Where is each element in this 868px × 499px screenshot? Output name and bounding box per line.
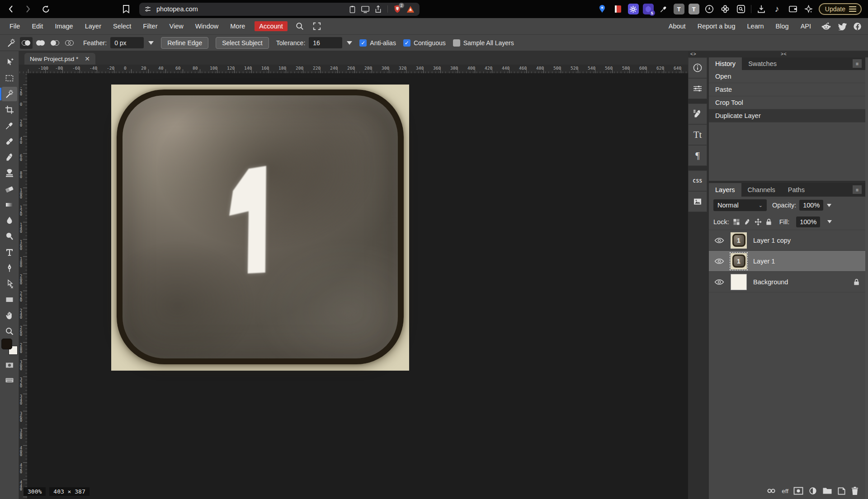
- gear-extension-icon[interactable]: [628, 4, 639, 14]
- layer-name[interactable]: Layer 1: [753, 258, 775, 265]
- tab-swatches[interactable]: Swatches: [742, 57, 783, 70]
- history-item[interactable]: Crop Tool: [709, 96, 865, 109]
- forward-icon[interactable]: [22, 3, 33, 15]
- menu-edit[interactable]: Edit: [26, 23, 49, 30]
- lock-transparency-icon[interactable]: [733, 218, 740, 226]
- visibility-eye-icon[interactable]: [714, 258, 724, 265]
- tool-brush[interactable]: [2, 150, 17, 165]
- quick-mask-button[interactable]: [2, 358, 17, 372]
- clipboard-icon[interactable]: [349, 5, 356, 14]
- menu-about[interactable]: About: [664, 23, 691, 30]
- account-button[interactable]: Account: [255, 21, 287, 31]
- new-layer-icon[interactable]: [837, 487, 846, 495]
- panel-scrollbar[interactable]: [865, 57, 868, 499]
- layer-row[interactable]: 1Layer 1: [709, 251, 865, 272]
- folder-icon[interactable]: [822, 487, 832, 495]
- add-mask-icon[interactable]: [793, 487, 803, 495]
- twitter-icon[interactable]: [837, 22, 847, 30]
- tab-paths[interactable]: Paths: [782, 183, 811, 197]
- tool-pen[interactable]: [2, 261, 17, 275]
- link-layers-icon[interactable]: [766, 487, 777, 495]
- menu-window[interactable]: Window: [189, 23, 225, 30]
- blend-mode-select[interactable]: Normal ⌄: [713, 199, 767, 211]
- css-icon[interactable]: CSS: [688, 170, 707, 191]
- feather-input[interactable]: 0 px: [110, 37, 144, 48]
- checkbox-icon[interactable]: ✓: [403, 39, 410, 47]
- tool-magic-wand[interactable]: [2, 87, 17, 101]
- menu-report-a-bug[interactable]: Report a bug: [693, 23, 741, 30]
- checkbox-sample-all-layers[interactable]: Sample All Layers: [453, 39, 514, 47]
- music-icon[interactable]: ♪: [771, 3, 783, 15]
- panel-menu-icon[interactable]: ≡: [853, 59, 862, 68]
- keyboard-shortcuts-button[interactable]: [2, 373, 17, 387]
- paragraph-icon[interactable]: ¶: [688, 145, 707, 166]
- tool-zoom[interactable]: [2, 324, 17, 339]
- checkbox-icon[interactable]: ✓: [359, 39, 367, 47]
- lock-all-icon[interactable]: [765, 218, 772, 226]
- tool-type[interactable]: [2, 245, 17, 259]
- menu-image[interactable]: Image: [49, 23, 79, 30]
- brave-lion-icon[interactable]: [406, 5, 415, 14]
- history-item[interactable]: Open: [709, 70, 865, 83]
- tool-hand[interactable]: [2, 308, 17, 323]
- fill-value[interactable]: 100%: [796, 217, 820, 227]
- opacity-value[interactable]: 100%: [799, 200, 823, 211]
- panel-menu-icon[interactable]: ≡: [853, 185, 862, 194]
- url-text[interactable]: photopea.com: [156, 5, 349, 13]
- canvas-viewport[interactable]: [27, 73, 688, 499]
- tool-move[interactable]: [2, 55, 17, 70]
- visibility-eye-icon[interactable]: [714, 278, 724, 286]
- refine-edge-button[interactable]: Refine Edge: [161, 37, 208, 49]
- checkbox-contiguous[interactable]: ✓Contiguous: [403, 39, 446, 47]
- fill-dropdown-icon[interactable]: [827, 220, 832, 223]
- pin-extension-icon[interactable]: [596, 3, 608, 15]
- menu-more[interactable]: More: [224, 23, 251, 30]
- tolerance-dropdown-icon[interactable]: [347, 41, 352, 45]
- zoom-level[interactable]: 300%: [24, 487, 46, 496]
- cast-icon[interactable]: [361, 5, 370, 13]
- lock-position-icon[interactable]: [755, 218, 762, 226]
- badge5-extension-icon[interactable]: 5: [643, 4, 654, 14]
- vertical-ruler[interactable]: - 2 002 04 06 08 01 0 01 2 01 4 01 6 01 …: [19, 73, 27, 499]
- menu-layer[interactable]: Layer: [79, 23, 107, 30]
- layer-name[interactable]: Background: [753, 278, 788, 286]
- history-item[interactable]: Duplicate Layer: [709, 109, 865, 122]
- t-extension-icon[interactable]: T: [674, 4, 684, 14]
- address-bar[interactable]: photopea.com 2: [139, 3, 420, 16]
- tool-rectangle-select[interactable]: [2, 71, 17, 85]
- brave-shield-icon[interactable]: 2: [393, 5, 401, 14]
- adjustment-layer-icon[interactable]: [808, 486, 817, 495]
- wallet-icon[interactable]: [787, 3, 799, 15]
- back-icon[interactable]: [5, 3, 17, 15]
- opacity-dropdown-icon[interactable]: [827, 204, 831, 207]
- history-item[interactable]: Paste: [709, 83, 865, 96]
- visibility-eye-icon[interactable]: [714, 237, 724, 244]
- tab-channels[interactable]: Channels: [741, 183, 782, 197]
- collapse-left-icon[interactable]: <>: [690, 52, 697, 56]
- layer-thumbnail[interactable]: 1: [731, 253, 747, 269]
- menu-file[interactable]: File: [4, 23, 26, 30]
- tool-spot-heal[interactable]: [2, 134, 17, 149]
- menu-view[interactable]: View: [164, 23, 189, 30]
- fullscreen-icon[interactable]: [312, 22, 321, 31]
- compass-extension-icon[interactable]: [703, 3, 715, 15]
- update-button[interactable]: Update: [819, 3, 862, 15]
- layer-name[interactable]: Layer 1 copy: [753, 237, 791, 244]
- dropper-extension-icon[interactable]: [658, 3, 670, 15]
- share-icon[interactable]: [374, 5, 382, 14]
- tool-gradient[interactable]: [2, 198, 17, 212]
- lock-pixels-icon[interactable]: [744, 218, 751, 226]
- glyphs-icon[interactable]: Tt: [688, 124, 707, 145]
- layer-thumbnail[interactable]: 1: [731, 232, 747, 249]
- feather-dropdown-icon[interactable]: [148, 41, 154, 45]
- select-subject-button[interactable]: Select Subject: [216, 37, 269, 49]
- tab-history[interactable]: History: [709, 57, 742, 70]
- tool-dodge[interactable]: [2, 229, 17, 244]
- menu-blog[interactable]: Blog: [771, 23, 794, 30]
- foreground-color-swatch[interactable]: [1, 339, 12, 349]
- flower-extension-icon[interactable]: [719, 3, 731, 15]
- close-tab-icon[interactable]: ✕: [85, 55, 90, 62]
- tune-icon[interactable]: [144, 5, 152, 13]
- tool-clone-stamp[interactable]: [2, 166, 17, 180]
- sparkle-icon[interactable]: [803, 3, 815, 15]
